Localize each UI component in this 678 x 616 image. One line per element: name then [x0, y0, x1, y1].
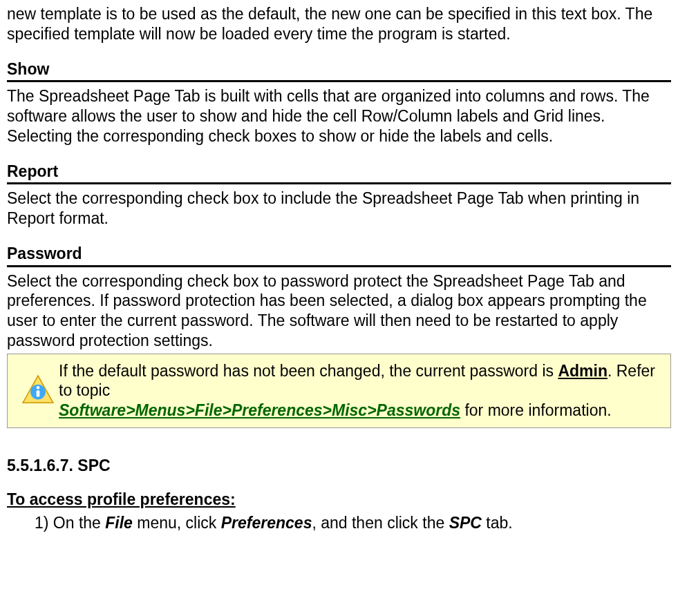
svg-rect-3	[37, 390, 40, 396]
step-1-tab-spc: SPC	[449, 514, 482, 532]
step-1-menu-file: File	[105, 514, 133, 532]
note-pre: If the default password has not been cha…	[59, 362, 558, 380]
subheading-access-profile-preferences: To access profile preferences:	[7, 490, 671, 510]
step-1-mid2: , and then click the	[312, 514, 449, 532]
section-heading-report: Report	[7, 162, 671, 185]
section-body-report: Select the corresponding check box to in…	[7, 189, 671, 229]
step-1-post: tab.	[482, 514, 513, 532]
note-post: for more information.	[460, 401, 612, 419]
svg-point-2	[37, 385, 40, 389]
note-admin-word: Admin	[558, 362, 608, 380]
note-reference-link[interactable]: Software>Menus>File>Preferences>Misc>Pas…	[59, 401, 460, 419]
step-1-mid1: menu, click	[133, 514, 221, 532]
note-box: If the default password has not been cha…	[7, 354, 671, 428]
intro-paragraph: new template is to be used as the defaul…	[7, 4, 671, 44]
section-heading-show: Show	[7, 59, 671, 83]
document-page: new template is to be used as the defaul…	[0, 4, 678, 551]
section-heading-password: Password	[7, 244, 671, 267]
step-1-pre: 1) On the	[35, 514, 105, 532]
numbered-heading-spc: 5.5.1.6.7. SPC	[7, 456, 671, 476]
step-1-menu-preferences: Preferences	[221, 514, 312, 532]
section-body-password: Select the corresponding check box to pa…	[7, 271, 671, 351]
note-text: If the default password has not been cha…	[59, 361, 661, 421]
info-icon	[17, 361, 59, 408]
section-body-show: The Spreadsheet Page Tab is built with c…	[7, 86, 671, 146]
step-1: 1) On the File menu, click Preferences, …	[35, 513, 671, 533]
